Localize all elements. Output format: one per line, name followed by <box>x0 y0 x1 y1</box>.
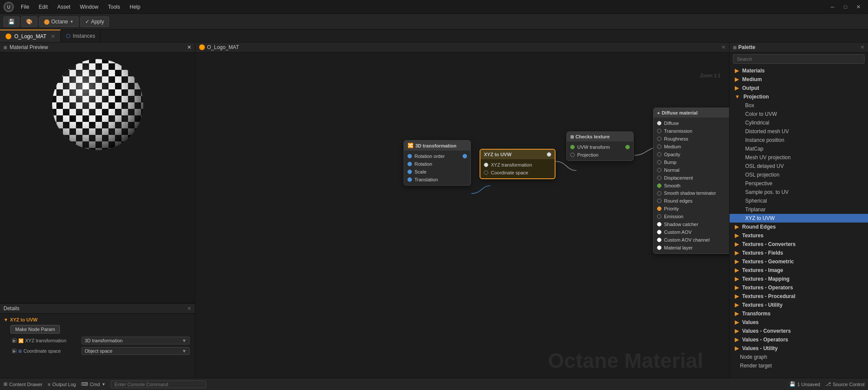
output-log-button[interactable]: ≡ Output Log <box>48 382 76 387</box>
canvas-close-icon[interactable]: ✕ <box>721 44 726 50</box>
section-xyz-to-uvw[interactable]: ▼ XYZ to UVW <box>3 316 191 323</box>
palette-item-distorted_mesh_uv[interactable]: Distorted mesh UV <box>730 127 868 136</box>
menu-help[interactable]: Help <box>125 2 145 12</box>
palette-item-round_edges[interactable]: ▶Round Edges <box>730 223 868 231</box>
palette-item-cylindrical[interactable]: Cylindrical <box>730 118 868 127</box>
node-row-emission: Emission <box>654 213 729 220</box>
palette-item-textures_utility[interactable]: ▶Textures - Utility <box>730 301 868 309</box>
palette-item-textures_operators[interactable]: ▶Textures - Operators <box>730 283 868 292</box>
app-logo: U <box>3 2 14 12</box>
palette-item-render_target[interactable]: Render target <box>730 361 868 370</box>
coord-dropdown-arrow-icon: ▼ <box>182 348 187 354</box>
close-button[interactable]: ✕ <box>852 1 865 13</box>
palette-search-box <box>730 52 868 66</box>
console-input[interactable] <box>111 380 206 388</box>
unsaved-indicator[interactable]: 💾 1 Unsaved <box>789 381 820 387</box>
make-node-param-button[interactable]: Make Node Param <box>10 325 60 334</box>
prop-expand-icon[interactable]: ▶ <box>12 338 16 343</box>
maximize-button[interactable]: □ <box>839 1 852 13</box>
instances-tab-icon: ⬡ <box>66 33 70 39</box>
palette-item-materials[interactable]: ▶Materials <box>730 66 868 75</box>
palette-item-color_to_uvw[interactable]: Color to UVW <box>730 110 868 118</box>
palette-item-textures_mapping[interactable]: ▶Textures - Mapping <box>730 275 868 283</box>
source-control-button[interactable]: ⎇ Source Control <box>825 381 865 387</box>
palette-item-textures[interactable]: ▶Textures <box>730 231 868 240</box>
palette-item-values_utility[interactable]: ▶Values - Utility <box>730 344 868 353</box>
minimize-button[interactable]: ─ <box>826 1 838 13</box>
menu-edit[interactable]: Edit <box>34 2 52 12</box>
xyz-transformation-dropdown[interactable]: 3D transformation ▼ <box>82 337 190 344</box>
label-rotation-order: Rotation order <box>414 154 460 159</box>
palette-item-values_converters[interactable]: ▶Values - Converters <box>730 327 868 335</box>
palette-item-instance_position[interactable]: Instance position <box>730 136 868 144</box>
palette-close-icon[interactable]: ✕ <box>860 44 865 50</box>
palette-item-spherical[interactable]: Spherical <box>730 197 868 205</box>
node-row-round-edges: Round edges <box>654 197 729 205</box>
palette-item-matcap[interactable]: MatCap <box>730 144 868 153</box>
palette-item-triplanar[interactable]: Triplanar <box>730 205 868 214</box>
node-checks-texture[interactable]: ⊞ Checks texture UVW transform Projectio… <box>566 131 634 161</box>
menu-tools[interactable]: Tools <box>104 2 125 12</box>
palette-item-sample_pos_to_uv[interactable]: Sample pos. to UV <box>730 188 868 197</box>
palette-item-label: Textures - Image <box>742 267 783 273</box>
content-drawer-button[interactable]: ⊞ Content Drawer <box>3 381 43 387</box>
center-canvas[interactable]: 🟠 O_Logo_MAT ✕ Zoom 1:1 � <box>195 43 729 390</box>
palette-item-transforms[interactable]: ▶Transforms <box>730 309 868 318</box>
menu-asset[interactable]: Asset <box>53 2 75 12</box>
palette-item-label: Output <box>742 85 759 91</box>
octane-dropdown-button[interactable]: ⬤ Octane ▼ <box>39 16 79 27</box>
palette-item-node_graph[interactable]: Node graph <box>730 353 868 361</box>
save-icon: 💾 <box>8 19 15 25</box>
palette-item-label: Values - Operators <box>742 337 788 343</box>
node-row-rotation: Rotation <box>404 160 470 168</box>
palette-item-label: Mesh UV projection <box>745 154 791 161</box>
mat-tab-close-icon[interactable]: ✕ <box>51 33 55 39</box>
port-displacement <box>657 176 661 180</box>
octane-chevron-icon: ▼ <box>70 20 74 24</box>
category-arrow-icon: ▶ <box>735 241 739 247</box>
menu-window[interactable]: Window <box>76 2 103 12</box>
label-scale: Scale <box>414 169 427 174</box>
palette-item-textures_converters[interactable]: ▶Textures - Converters <box>730 240 868 249</box>
palette-item-values[interactable]: ▶Values <box>730 318 868 327</box>
palette-item-values_operators[interactable]: ▶Values - Operators <box>730 335 868 344</box>
node-xyz-to-uvw[interactable]: XYZ to UVW XYZ transformation Coordinate… <box>480 149 556 179</box>
palette-item-textures_procedural[interactable]: ▶Textures - Procedural <box>730 292 868 301</box>
palette-item-textures_fields[interactable]: ▶Textures - Fields <box>730 249 868 257</box>
save-button[interactable]: 💾 <box>3 16 20 27</box>
palette-item-textures_image[interactable]: ▶Textures - Image <box>730 266 868 275</box>
tab-mat[interactable]: 🟠 O_Logo_MAT ✕ <box>0 29 61 42</box>
palette-item-label: Textures - Fields <box>742 250 783 256</box>
palette-item-label: Textures - Utility <box>742 302 783 308</box>
menu-file[interactable]: File <box>16 2 33 12</box>
source-control-label: Source Control <box>833 382 865 387</box>
category-arrow-icon: ▶ <box>735 337 739 343</box>
details-header: Details ✕ <box>0 304 195 314</box>
label-emission: Emission <box>664 214 684 219</box>
cmd-button[interactable]: ⌨ Cmd ▼ <box>81 381 105 387</box>
instances-tab-label: Instances <box>73 33 95 39</box>
palette-item-box[interactable]: Box <box>730 101 868 110</box>
canvas-tab-icon: 🟠 <box>199 44 205 50</box>
palette-item-label: Triplanar <box>745 206 766 213</box>
palette-item-medium[interactable]: ▶Medium <box>730 75 868 84</box>
palette-item-osl_delayed_uv[interactable]: OSL delayed UV <box>730 162 868 170</box>
tab-instances[interactable]: ⬡ Instances <box>61 29 101 42</box>
palette-item-perspective[interactable]: Perspective <box>730 179 868 188</box>
prop-coord-expand-icon[interactable]: ▶ <box>12 349 16 353</box>
palette-item-osl_projection[interactable]: OSL projection <box>730 170 868 179</box>
details-close-icon[interactable]: ✕ <box>187 305 191 311</box>
palette-item-output[interactable]: ▶Output <box>730 84 868 92</box>
palette-search-input[interactable] <box>733 54 865 64</box>
palette-item-mesh_uv_projection[interactable]: Mesh UV projection <box>730 153 868 162</box>
coordinate-space-dropdown[interactable]: Object space ▼ <box>82 347 190 355</box>
apply-button[interactable]: ✓ Apply <box>80 16 109 27</box>
preview-title: Material Preview <box>10 44 48 50</box>
palette-item-projection[interactable]: ▼Projection <box>730 92 868 101</box>
palette-item-textures_geometric[interactable]: ▶Textures - Geometric <box>730 257 868 266</box>
icon2-button[interactable]: 🎨 <box>21 16 37 27</box>
node-diffuse-material[interactable]: ● Diffuse material Diffuse Transmission <box>653 108 729 254</box>
preview-close-icon[interactable]: ✕ <box>187 44 191 50</box>
node-3d-transformation[interactable]: 🔀 3D transformation Rotation order Rotat… <box>404 140 471 186</box>
palette-item-xyz_to_uvw[interactable]: XYZ to UVW <box>730 214 868 223</box>
